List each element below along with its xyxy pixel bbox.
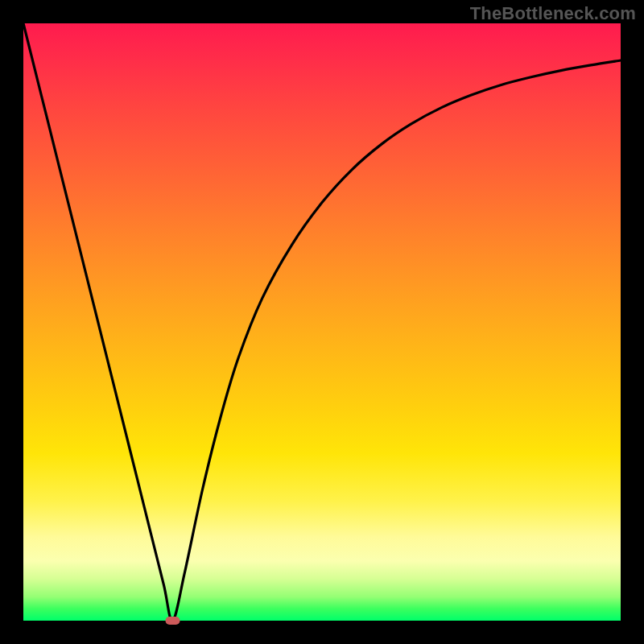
minimum-point-marker (166, 617, 180, 625)
bottleneck-curve (23, 23, 621, 621)
chart-plot-area (23, 23, 621, 621)
chart-frame: TheBottleneck.com (0, 0, 644, 644)
bottleneck-curve-svg (23, 23, 621, 621)
watermark-text: TheBottleneck.com (470, 3, 636, 24)
